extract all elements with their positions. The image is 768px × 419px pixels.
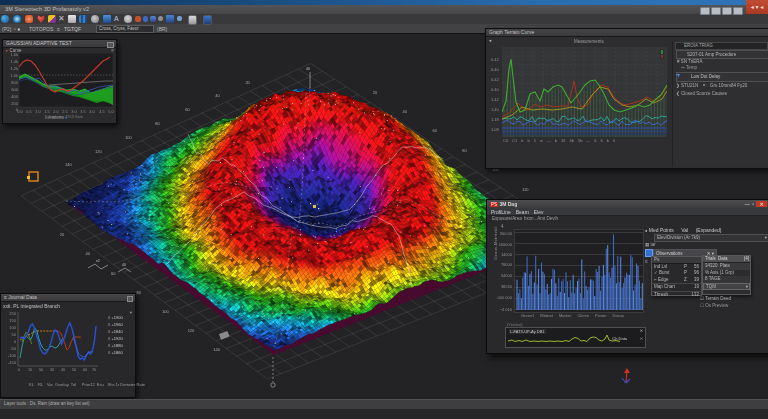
svg-text:4.5: 4.5 (99, 110, 104, 114)
svg-text:2.5: 2.5 (62, 110, 67, 114)
svg-text:50: 50 (72, 368, 76, 372)
svg-text:1.0k: 1.0k (10, 73, 18, 78)
svg-text:1.0: 1.0 (35, 110, 40, 114)
svg-text:3.5: 3.5 (80, 110, 85, 114)
svg-text:200: 200 (11, 101, 18, 106)
svg-text:70: 70 (92, 368, 96, 372)
svg-text:4.0: 4.0 (89, 110, 94, 114)
svg-text:50: 50 (39, 368, 43, 372)
svg-text:2.0: 2.0 (53, 110, 58, 114)
svg-text:150: 150 (9, 318, 16, 323)
svg-text:60: 60 (83, 368, 87, 372)
svg-text:1.5: 1.5 (44, 110, 49, 114)
svg-text:40: 40 (61, 368, 65, 372)
svg-text:0.5: 0.5 (26, 110, 31, 114)
svg-text:0: 0 (14, 339, 17, 344)
svg-text:0.0: 0.0 (17, 110, 22, 114)
svg-text:-100: -100 (8, 353, 17, 358)
svg-text:1.4k: 1.4k (10, 59, 18, 64)
svg-text:-50: -50 (10, 346, 17, 351)
svg-text:250: 250 (9, 311, 16, 316)
svg-text:10: 10 (28, 368, 32, 372)
svg-text:-150: -150 (8, 360, 17, 365)
svg-text:30: 30 (50, 368, 54, 372)
svg-text:1.2k: 1.2k (10, 66, 18, 71)
svg-text:400: 400 (11, 94, 18, 99)
svg-text:600: 600 (11, 87, 18, 92)
svg-text:50: 50 (12, 332, 17, 337)
svg-text:100: 100 (9, 325, 16, 330)
svg-text:0: 0 (18, 368, 20, 372)
svg-text:3.0: 3.0 (71, 110, 76, 114)
svg-text:800: 800 (11, 80, 18, 85)
svg-text:1.6k: 1.6k (10, 53, 18, 57)
svg-text:5.0: 5.0 (108, 110, 113, 114)
